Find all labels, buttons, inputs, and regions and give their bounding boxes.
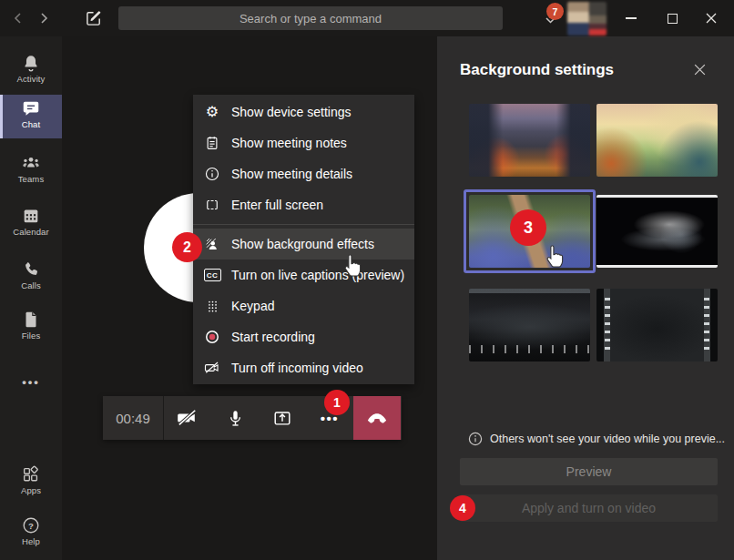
cc-icon: CC: [203, 266, 221, 284]
apps-icon: [21, 464, 41, 484]
sidebar-item-label: Chat: [0, 119, 62, 129]
background-thumbnail-2[interactable]: [596, 104, 718, 177]
microphone-button[interactable]: [211, 396, 259, 440]
keypad-icon: [203, 297, 221, 315]
video-off-icon: [203, 359, 221, 377]
close-panel-icon[interactable]: [693, 63, 709, 79]
calendar-icon: [21, 206, 41, 226]
sidebar-item-help[interactable]: ? Help: [0, 512, 62, 555]
hang-up-button[interactable]: [353, 396, 401, 440]
background-thumbnail-4[interactable]: [596, 195, 718, 268]
maximize-button[interactable]: [661, 8, 683, 28]
record-icon: [203, 328, 221, 346]
search-input[interactable]: [118, 6, 503, 30]
avatar[interactable]: [567, 2, 607, 36]
sidebar-item-label: Activity: [0, 74, 62, 84]
sidebar-item-activity[interactable]: Activity: [0, 49, 62, 93]
ellipsis-icon: •••: [22, 375, 40, 389]
notice-text: Others won't see your video while you pr…: [490, 433, 725, 445]
back-icon[interactable]: [12, 12, 25, 25]
notification-badge: 7: [546, 3, 564, 20]
panel-title: Background settings: [460, 61, 614, 79]
menu-item-label: Show meeting notes: [231, 136, 347, 150]
app-rail: Activity Chat Teams Calendar Calls Files…: [0, 36, 62, 560]
sidebar-item-label: Files: [0, 331, 62, 341]
call-timer: 00:49: [103, 396, 164, 440]
meeting-stage: ⚙ Show device settings Show meeting note…: [62, 36, 437, 560]
sidebar-item-more[interactable]: •••: [0, 361, 62, 404]
apply-button[interactable]: Apply and turn on video: [460, 494, 718, 522]
preview-notice: Others won't see your video while you pr…: [468, 432, 725, 446]
menu-item-turn-off-incoming-video[interactable]: Turn off incoming video: [193, 352, 414, 383]
bell-icon: [21, 53, 41, 73]
titlebar: 7: [0, 0, 734, 36]
sidebar-item-label: Apps: [0, 485, 62, 495]
fullscreen-icon: [203, 196, 221, 214]
cursor-icon: [342, 253, 366, 280]
more-options-menu: ⚙ Show device settings Show meeting note…: [193, 95, 414, 384]
info-icon: [468, 432, 483, 446]
sidebar-item-label: Help: [0, 536, 62, 546]
menu-item-keypad[interactable]: Keypad: [193, 290, 414, 321]
sidebar-item-apps[interactable]: Apps: [0, 461, 62, 504]
new-chat-icon[interactable]: [86, 9, 103, 26]
sidebar-item-label: Calendar: [0, 227, 62, 237]
preview-button[interactable]: Preview: [460, 458, 718, 485]
background-settings-panel: Background settings 3 Others won't see y…: [437, 36, 734, 560]
menu-item-label: Show device settings: [231, 105, 352, 119]
menu-item-background-effects[interactable]: Show background effects: [193, 229, 414, 260]
meeting-notes-icon: [203, 134, 221, 152]
menu-item-label: Start recording: [231, 330, 315, 344]
menu-item-label: Enter full screen: [231, 198, 323, 212]
menu-item-label: Turn on live captions (preview): [231, 268, 404, 282]
teams-icon: [21, 153, 41, 173]
sidebar-item-calls[interactable]: Calls: [0, 256, 62, 300]
menu-item-fullscreen[interactable]: Enter full screen: [193, 189, 414, 220]
share-screen-button[interactable]: [259, 396, 306, 440]
sidebar-item-files[interactable]: Files: [0, 306, 62, 350]
menu-item-meeting-notes[interactable]: Show meeting notes: [193, 127, 414, 158]
menu-item-meeting-details[interactable]: Show meeting details: [193, 158, 414, 189]
info-icon: [203, 165, 221, 183]
step-badge-2: 2: [172, 232, 202, 262]
sidebar-item-chat[interactable]: Chat: [0, 95, 62, 138]
chat-icon: [21, 98, 41, 118]
svg-text:?: ?: [28, 521, 34, 531]
background-thumbnail-5[interactable]: [469, 289, 590, 361]
menu-item-device-settings[interactable]: ⚙ Show device settings: [193, 97, 414, 127]
call-controls: 00:49 •••: [103, 396, 402, 440]
sidebar-item-calendar[interactable]: Calendar: [0, 202, 62, 246]
gear-icon: ⚙: [203, 103, 221, 121]
camera-off-button[interactable]: [164, 396, 211, 440]
menu-item-label: Keypad: [231, 299, 274, 313]
sidebar-item-label: Calls: [0, 280, 62, 290]
calls-icon: [21, 260, 41, 280]
step-badge-4: 4: [450, 495, 475, 521]
background-thumbnail-1[interactable]: [469, 104, 590, 177]
menu-item-start-recording[interactable]: Start recording: [193, 321, 414, 352]
help-icon: ?: [21, 515, 41, 535]
menu-item-label: Show meeting details: [231, 167, 352, 181]
forward-icon[interactable]: [37, 12, 50, 25]
step-badge-1: 1: [324, 390, 350, 415]
menu-item-label: Turn off incoming video: [231, 361, 363, 375]
sidebar-item-teams[interactable]: Teams: [0, 149, 62, 193]
sidebar-item-label: Teams: [0, 174, 62, 184]
background-effects-icon: [203, 235, 221, 253]
step-badge-3: 3: [510, 209, 546, 246]
menu-item-live-captions[interactable]: CC Turn on live captions (preview): [193, 260, 414, 290]
file-icon: [21, 310, 41, 330]
cursor-icon: [545, 244, 568, 271]
background-thumbnail-6[interactable]: [596, 289, 718, 361]
minimize-button[interactable]: [620, 8, 642, 28]
menu-separator: [193, 224, 414, 225]
close-window-button[interactable]: [700, 8, 722, 28]
menu-item-label: Show background effects: [231, 237, 374, 251]
